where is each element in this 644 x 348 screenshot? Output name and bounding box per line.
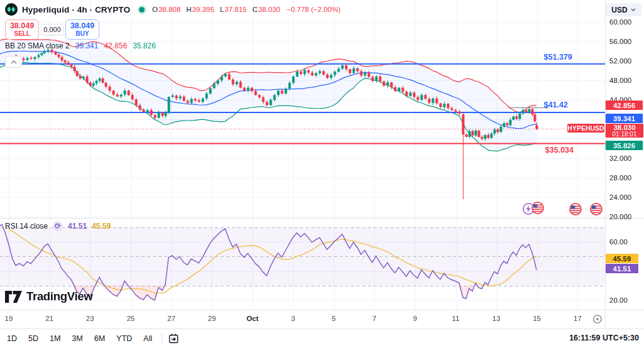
rsi-ma-value: 45.59 [92, 222, 111, 231]
tradingview-chart-window: { "header": { "title": "Hyperliquid · 4h… [0, 0, 644, 348]
bb-indicator-legend[interactable]: BB 20 SMA close 2 39.341 42.856 35.826 [5, 41, 156, 50]
symbol-title[interactable]: Hyperliquid · 4h · CRYPTO [22, 5, 130, 14]
ohlc-values: O38.808 H39.395 L37.815 C38.030 −0.778 (… [152, 6, 340, 13]
price-tick-label: 52.000 [609, 57, 631, 65]
range-button-ytd[interactable]: YTD [111, 329, 138, 348]
range-button-1m[interactable]: 1M [44, 329, 66, 348]
bb-lower-value: 35.826 [133, 41, 156, 50]
time-tick-label: 29 [201, 315, 223, 322]
bottom-toolbar: 1D5D1M3M6MYTDAll [0, 329, 644, 348]
range-buttons: 1D5D1M3M6MYTDAll [1, 329, 158, 348]
trade-panel: 38.049 SELL 0.000 38.049 BUY [5, 19, 99, 40]
market-status-dot-icon [139, 7, 145, 13]
low-value: 37.815 [225, 6, 247, 13]
tradingview-wordmark: TradingView [26, 290, 92, 303]
symbol-price-tag: HYPEHUSD [567, 124, 604, 133]
axis-settings-icon[interactable] [592, 313, 603, 325]
price-tick-label: 28.000 [609, 174, 631, 182]
close-value: 38.030 [258, 6, 280, 13]
high-value: 39.395 [192, 6, 214, 13]
sell-button[interactable]: 38.049 SELL [5, 19, 39, 40]
price-tick-label: 24.000 [609, 193, 631, 201]
range-button-1d[interactable]: 1D [1, 329, 23, 348]
level-label-51[interactable]: $51.379 [519, 53, 572, 62]
tradingview-logo[interactable]: TradingView [5, 290, 92, 303]
bb-basis-value: 39.341 [75, 41, 99, 50]
currency-label: USD [611, 6, 627, 14]
sell-price: 38.049 [10, 22, 34, 31]
bb-upper-axis-badge: 42.856 [606, 101, 643, 110]
bb-lower-axis-badge: 35.826 [606, 141, 643, 150]
time-tick-label: 15 [526, 315, 548, 322]
time-tick-label: 5 [323, 315, 345, 322]
rsi-tick-label: 60.00 [609, 238, 628, 246]
go-to-date-button[interactable] [166, 331, 181, 346]
open-value: 38.808 [158, 6, 180, 13]
chevron-down-icon [631, 8, 636, 11]
price-tick-label: 60.000 [609, 18, 631, 26]
symbol-header: Hyperliquid · 4h · CRYPTO O38.808 H39.39… [5, 3, 340, 16]
time-tick-label: 25 [119, 315, 142, 322]
time-tick-label: 13 [485, 315, 508, 322]
tradingview-mark-icon [5, 291, 22, 303]
time-tick-label: 17 [566, 315, 589, 322]
level-label-41[interactable]: $41.42 [515, 101, 568, 109]
buy-button[interactable]: 38.049 BUY [65, 19, 99, 40]
price-tick-label: 32.000 [609, 155, 631, 162]
refresh-icon[interactable]: ⟳ [53, 221, 63, 231]
calendar-icon [168, 333, 179, 344]
hyperliquid-logo-icon [5, 3, 18, 16]
open-label: O [152, 6, 158, 13]
rsi-value: 41.51 [68, 222, 87, 231]
rsi-indicator-name: RSI 14 close [5, 222, 48, 231]
toolbar-divider [162, 333, 162, 345]
price-tick-label: 20.000 [609, 213, 631, 220]
sell-label: SELL [14, 30, 30, 37]
time-tick-label: 7 [363, 315, 386, 322]
collapse-pane-button[interactable] [5, 56, 22, 68]
time-tick-label: 27 [160, 315, 182, 322]
currency-selector[interactable]: USD [606, 3, 641, 16]
time-tick-label: 19 [0, 315, 20, 322]
time-tick-label: 3 [282, 315, 304, 322]
price-tick-label: 56.000 [609, 38, 631, 45]
level-label-35[interactable]: $35.034 [521, 146, 574, 155]
candle-countdown: 01:18:01 [613, 131, 637, 138]
bb-basis-axis-badge: 39.341 [606, 114, 643, 123]
low-label: L [220, 6, 224, 13]
time-tick-label: 11 [445, 315, 467, 322]
time-tick-label: 9 [404, 315, 426, 322]
rsi-ma-axis-badge: 45.59 [606, 254, 638, 263]
us-economic-event-icon-3[interactable] [590, 203, 602, 215]
time-tick-label: Oct [242, 315, 264, 322]
rsi-tick-label: 20.00 [609, 296, 628, 304]
range-button-3m[interactable]: 3M [66, 329, 88, 348]
time-tick-label: 23 [79, 315, 101, 322]
change-value: −0.778 (−2.00%) [287, 6, 341, 13]
bb-upper-value: 42.856 [104, 41, 127, 50]
us-economic-event-icon-2[interactable] [569, 203, 582, 215]
close-label: C [252, 6, 257, 13]
last-price-value: 38.030 [613, 124, 635, 131]
last-price-axis-badge: 38.030 01:18:01 [606, 124, 643, 138]
spread-value: 0.000 [41, 24, 64, 35]
buy-label: BUY [75, 30, 89, 37]
time-tick-label: 21 [38, 315, 61, 322]
clock[interactable]: 16:11:59 UTC+5:30 [569, 334, 639, 342]
range-button-all[interactable]: All [138, 329, 158, 348]
rsi-value-axis-badge: 41.51 [606, 264, 638, 273]
us-economic-event-icon-1[interactable] [531, 202, 544, 214]
range-button-6m[interactable]: 6M [89, 329, 111, 348]
buy-price: 38.049 [70, 22, 94, 31]
high-label: H [186, 6, 191, 13]
chevron-up-icon [11, 60, 17, 64]
bb-indicator-name: BB 20 SMA close 2 [5, 41, 70, 50]
price-tick-label: 48.000 [609, 77, 631, 84]
rsi-indicator-legend[interactable]: RSI 14 close ⟳ 41.51 45.59 [5, 221, 111, 231]
range-button-5d[interactable]: 5D [23, 329, 44, 348]
